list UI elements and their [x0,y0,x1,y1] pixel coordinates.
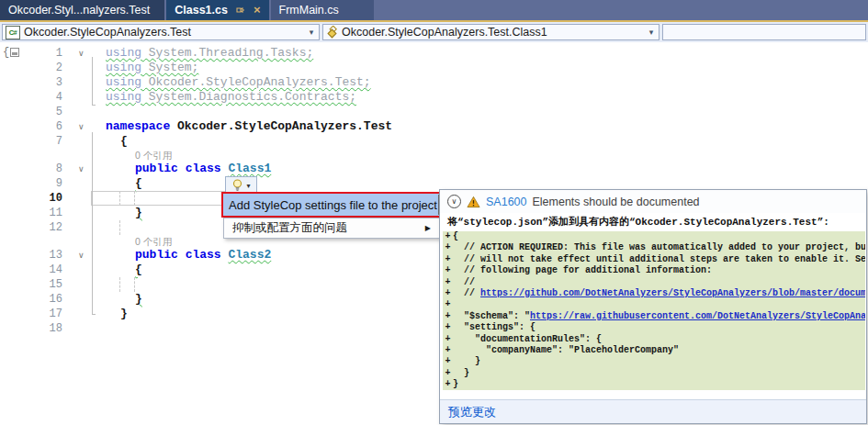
chevron-down-icon[interactable]: ▾ [304,28,319,37]
line-number: 6 [0,119,68,134]
line-number: 5 [0,105,68,119]
fix-preview-panel: ∨ SA1600 Elements should be documented 将… [439,189,867,424]
fold-margin: ∨ [68,46,105,61]
diff-plus-marker: + [443,265,453,276]
diff-text: // following page for additional informa… [453,265,712,275]
code-token: class [186,248,221,262]
fold-margin: ∨ [68,119,105,134]
tab-frmmain-cs[interactable]: FrmMain.cs [271,0,374,20]
fold-margin [68,105,105,119]
diff-text: // will not take effect until additional… [453,254,865,264]
outline-guide-line [92,57,93,105]
code-token: { [135,176,142,190]
diff-plus-marker: + [443,379,453,390]
line-number: 13 [0,248,68,263]
codelens-row: 0 个引用 [0,149,868,162]
code-line-4[interactable]: 4using System.Diagnostics.Contracts; [0,90,868,105]
line-number: 16 [0,292,68,307]
codelens-references-link[interactable]: 0 个引用 [135,236,172,247]
code-token: Okcoder.StyleCopAnalyzers.Test; [141,75,371,89]
diff-link[interactable]: https://github.com/DotNetAnalyzers/Style… [480,288,865,298]
line-number: 3 [0,75,68,90]
diff-plus-marker: + [443,288,453,299]
diff-link[interactable]: https://raw.githubusercontent.com/DotNet… [530,311,865,321]
diff-added-line: + "companyName": "PlaceholderCompany" [443,345,865,356]
diff-added-line: + "settings": { [443,322,865,333]
code-token: using [106,90,141,104]
collapse-chevron-icon[interactable]: ∨ [78,119,85,134]
codelens-references-link[interactable]: 0 个引用 [135,150,172,161]
code-line-6[interactable]: 6∨namespace Okcoder.StyleCopAnalyzers.Te… [0,119,868,134]
preview-changes-link[interactable]: 预览更改 [448,404,496,420]
type-dropdown[interactable]: Okcoder.StyleCopAnalyzers.Test.Class1 ▾ [322,24,659,40]
code-token: class [186,162,221,175]
code-token: } [135,292,142,306]
diff-text: } [453,379,458,389]
menu-item-label: Add StyleCop settings file to the projec… [229,198,437,212]
fold-margin [68,176,105,191]
code-line-1[interactable]: 1∨using System.Threading.Tasks; [0,46,868,61]
code-line-8[interactable]: 8∨public class Class1 [0,162,868,176]
code-text: using System; [105,61,868,75]
line-number: 8 [0,162,68,176]
pin-icon[interactable] [236,6,245,15]
diff-added-line: +{ [443,231,865,242]
line-number: 12 [0,220,68,235]
fold-margin [68,277,105,292]
fold-margin [68,307,105,321]
code-token: { [135,263,142,276]
code-text: using System.Threading.Tasks; [105,46,868,61]
chevron-down-icon[interactable]: ▾ [644,28,659,37]
tab-class1-cs[interactable]: Class1.cs× [166,0,268,20]
line-number: 2 [0,61,68,75]
lightbulb-icon [231,179,243,192]
menu-item-suppress-configure[interactable]: 抑制或配置方面的问题 ▶ [223,218,440,239]
line-number: 1 [0,46,68,61]
code-line-3[interactable]: 3using Okcoder.StyleCopAnalyzers.Test; [0,75,868,90]
diff-text: // [453,288,480,298]
code-line-7[interactable]: 7{ [0,134,868,149]
code-token: { [120,134,128,148]
code-token: System.Threading.Tasks; [141,46,313,60]
code-token: public [135,248,178,262]
diff-text: "companyName": "PlaceholderCompany" [453,345,679,355]
diff-added-line: + // [443,277,865,288]
member-dropdown[interactable] [662,24,866,40]
code-token: using [106,46,141,60]
collapse-chevron-icon[interactable]: ∨ [78,248,85,263]
diff-added-line: + "$schema": "https://raw.githubusercont… [443,311,865,322]
chevron-down-icon[interactable]: ▾ [246,182,250,190]
line-number: 15 [0,277,68,292]
diff-added-line: + // https://github.com/DotNetAnalyzers/… [443,288,865,299]
fold-margin [68,206,105,220]
close-icon[interactable]: × [254,6,261,15]
code-token [178,248,186,262]
collapse-circle-icon[interactable]: ∨ [447,195,461,208]
submenu-arrow-icon: ▶ [425,224,431,232]
diff-added-line: + } [443,356,865,367]
diff-added-line: + [443,299,865,310]
diff-added-line: + // will not take effect until addition… [443,254,865,265]
document-tab-strip: Okcoder.Styl...nalyzers.TestClass1.cs×Fr… [0,0,868,20]
fold-margin [68,61,105,75]
code-line-2[interactable]: 2using System; [0,61,868,75]
code-token [178,162,186,175]
menu-item-label: 抑制或配置方面的问题 [232,220,347,236]
collapse-chevron-icon[interactable]: ∨ [78,162,85,176]
class-icon [326,26,339,39]
code-text: using Okcoder.StyleCopAnalyzers.Test; [105,75,868,90]
project-dropdown[interactable]: C# Okcoder.StyleCopAnalyzers.Test ▾ [2,24,320,40]
collapse-chevron-icon[interactable]: ∨ [78,46,85,61]
menu-item-add-stylecop-settings[interactable]: Add StyleCop settings file to the projec… [223,194,437,216]
navigation-bar: C# Okcoder.StyleCopAnalyzers.Test ▾ Okco… [0,22,868,43]
code-text: { [105,134,868,149]
diff-plus-marker: + [443,277,453,288]
code-line-5[interactable]: 5 [0,105,868,119]
tab-okcoder-styl-nalyzers-test[interactable]: Okcoder.Styl...nalyzers.Test [0,0,164,20]
line-number: 7 [0,134,68,149]
diff-plus-marker: + [443,254,453,265]
diff-plus-marker: + [443,368,453,379]
code-token: System; [141,61,198,74]
diff-plus-marker: + [443,356,453,367]
preview-panel-header: ∨ SA1600 Elements should be documented [440,190,866,213]
